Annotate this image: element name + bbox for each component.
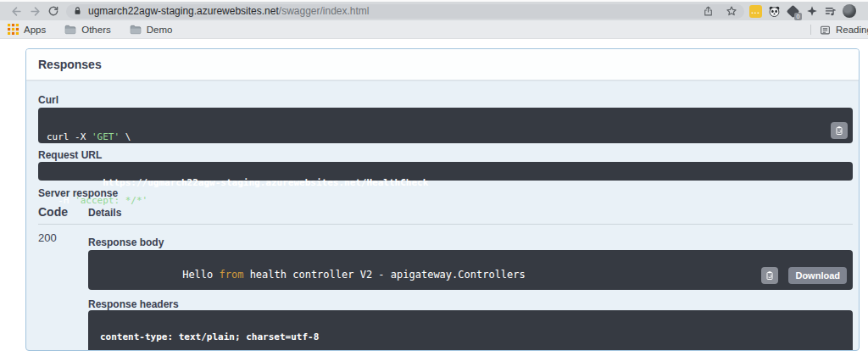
- body-text: health controller V2 - apigateway.Contro…: [243, 269, 525, 281]
- response-body-block: Hello from health controller V2 - apigat…: [88, 250, 853, 290]
- response-body-text: Hello from health controller V2 - apigat…: [182, 269, 526, 281]
- curl-line-1: curl -X 'GET' \: [47, 132, 844, 143]
- extension-overflow-icon[interactable]: ...: [749, 5, 762, 18]
- extension-badge: 0: [794, 13, 802, 20]
- profile-avatar[interactable]: [843, 4, 856, 18]
- response-body-actions: Download: [761, 267, 847, 284]
- request-url-block: https://ugmarch22agw-staging.azurewebsit…: [38, 162, 853, 181]
- body-text: Hello: [182, 269, 219, 281]
- responses-section-header: Responses: [26, 49, 859, 80]
- response-body-label: Response body: [88, 237, 853, 248]
- body-keyword: from: [220, 269, 244, 281]
- apps-grid-icon: [8, 24, 19, 35]
- curl-command-block: curl -X 'GET' \ 'https://ugmarch22agw-st…: [38, 108, 853, 143]
- curl-text: \: [120, 131, 131, 142]
- bookmarks-separator: [810, 25, 811, 35]
- status-code: 200: [38, 232, 88, 351]
- curl-string: 'GET': [92, 131, 120, 142]
- panda-extension-icon[interactable]: [768, 5, 781, 18]
- playlist-extension-icon[interactable]: [824, 5, 837, 18]
- curl-text: curl -X: [47, 131, 92, 142]
- copy-curl-button[interactable]: [831, 122, 848, 139]
- back-arrow-icon: [10, 5, 23, 18]
- bookmark-star-icon[interactable]: [726, 5, 737, 17]
- address-bar[interactable]: ugmarch22agw-staging.azurewebsites.net/s…: [66, 4, 744, 19]
- bookmark-label: Others: [81, 25, 111, 35]
- reading-list-label: Reading list: [836, 25, 868, 35]
- page-content: Responses Curl curl -X 'GET' \ 'https://…: [0, 40, 868, 356]
- bookmark-label: Demo: [147, 25, 173, 35]
- bookmark-folder-others[interactable]: Others: [64, 25, 111, 35]
- reload-button[interactable]: [44, 2, 63, 20]
- response-row-200: 200 Response body Hello from health cont…: [38, 225, 853, 351]
- copy-response-button[interactable]: [761, 267, 778, 284]
- clipboard-icon: [765, 270, 775, 281]
- responses-title: Responses: [38, 58, 102, 71]
- badged-extension-icon[interactable]: 0: [787, 5, 799, 18]
- opblock-body: Curl curl -X 'GET' \ 'https://ugmarch22a…: [26, 80, 859, 351]
- response-headers-block: content-type: text/plain; charset=utf-8 …: [88, 310, 853, 351]
- bookmarks-bar: Apps Others Demo Reading list: [0, 20, 868, 39]
- url-host: ugmarch22agw-staging.azurewebsites.net: [88, 5, 279, 17]
- bookmark-folder-demo[interactable]: Demo: [130, 25, 173, 35]
- reading-list-button[interactable]: Reading list: [810, 20, 868, 39]
- clipboard-icon: [834, 125, 844, 136]
- swagger-opblock-get: Responses Curl curl -X 'GET' \ 'https://…: [25, 48, 860, 351]
- extensions-area: ... 0: [749, 4, 858, 18]
- star-extension-icon[interactable]: [805, 5, 818, 18]
- browser-toolbar: ugmarch22agw-staging.azurewebsites.net/s…: [0, 0, 868, 20]
- back-button[interactable]: [7, 2, 25, 20]
- reload-icon: [47, 5, 59, 17]
- folder-icon: [64, 25, 76, 35]
- share-icon[interactable]: [703, 5, 714, 17]
- download-button[interactable]: Download: [788, 267, 847, 284]
- header-line: content-type: text/plain; charset=utf-8: [100, 332, 841, 342]
- forward-button[interactable]: [25, 2, 44, 20]
- bookmark-apps[interactable]: Apps: [8, 24, 46, 35]
- url-path: /swagger/index.html: [279, 5, 370, 17]
- response-details-cell: Response body Hello from health controll…: [88, 232, 853, 351]
- bookmark-label: Apps: [24, 25, 46, 35]
- curl-label: Curl: [38, 95, 853, 105]
- browser-window: ugmarch22agw-staging.azurewebsites.net/s…: [0, 0, 868, 356]
- forward-arrow-icon: [29, 5, 42, 18]
- reading-list-icon: [820, 25, 831, 36]
- lock-icon: [73, 6, 82, 16]
- folder-icon: [130, 25, 142, 35]
- response-headers-label: Response headers: [88, 299, 853, 309]
- url-text: ugmarch22agw-staging.azurewebsites.net/s…: [88, 5, 370, 17]
- request-url-value: https://ugmarch22agw-staging.azurewebsit…: [103, 177, 428, 188]
- curl-line-3: -H 'accept: */*': [47, 196, 844, 207]
